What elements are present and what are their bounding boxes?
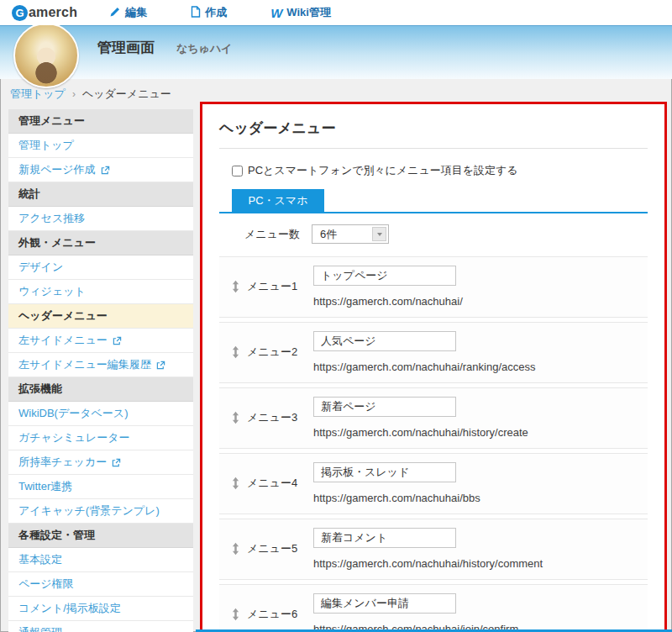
sidebar-item-label: デザイン bbox=[18, 260, 63, 275]
menu-url-text: https://gamerch.com/nachuhai/ bbox=[313, 295, 648, 308]
sidebar-item-label: WikiDB(データベース) bbox=[18, 406, 128, 421]
wiki-avatar[interactable] bbox=[13, 23, 79, 88]
sidebar-item-label: ヘッダーメニュー bbox=[18, 308, 108, 324]
sidebar-item[interactable]: アクセス推移 bbox=[8, 207, 193, 231]
page-header: 管理画面 なちゅハイ bbox=[0, 25, 672, 79]
menu-row-label: メニュー2 bbox=[247, 345, 297, 360]
menu-count-value: 6件 bbox=[312, 225, 370, 243]
sidebar-item-label: 基本設定 bbox=[18, 552, 62, 567]
sidebar-item[interactable]: 拡張機能 bbox=[8, 377, 193, 402]
menu-name-input[interactable] bbox=[313, 266, 456, 286]
sidebar-item[interactable]: 所持率チェッカー bbox=[8, 450, 193, 475]
pc-sp-separate-label[interactable]: PCとスマートフォンで別々にメニュー項目を設定する bbox=[248, 163, 518, 178]
sidebar-item[interactable]: 左サイドメニュー bbox=[8, 329, 193, 353]
sidebar-item[interactable]: 新規ページ作成 bbox=[8, 158, 193, 182]
sidebar-item[interactable]: コメント/掲示板設定 bbox=[8, 597, 193, 621]
sidebar-item[interactable]: 管理メニュー bbox=[8, 109, 193, 134]
chevron-down-icon bbox=[372, 227, 386, 241]
menu-count-label: メニュー数 bbox=[244, 227, 312, 242]
nav-create-label: 作成 bbox=[205, 5, 227, 20]
pc-sp-separate-checkbox[interactable] bbox=[232, 166, 243, 176]
sidebar-item[interactable]: 外観・メニュー bbox=[8, 231, 193, 255]
drag-handle-icon[interactable] bbox=[232, 477, 239, 490]
sidebar-item-label: 所持率チェッカー bbox=[18, 455, 107, 470]
tab-pc-smartphone[interactable]: PC・スマホ bbox=[232, 189, 324, 212]
external-link-icon bbox=[156, 361, 165, 370]
menu-name-input[interactable] bbox=[313, 528, 456, 548]
admin-screen: Gamerch 編集 作成 W Wiki管理 管理画面 bbox=[0, 0, 672, 632]
menu-row-label: メニュー4 bbox=[247, 476, 297, 491]
menu-count-select[interactable]: 6件 bbox=[312, 224, 389, 244]
sidebar-item[interactable]: ウィジェット bbox=[8, 280, 193, 304]
menu-name-input[interactable] bbox=[313, 397, 456, 417]
menu-row: メニュー1 https://gamerch.com/nachuhai/ bbox=[219, 256, 648, 318]
sidebar-item-label: ページ権限 bbox=[18, 577, 74, 592]
admin-sidebar: 管理メニュー 管理トップ 新規ページ作成 bbox=[8, 109, 193, 632]
external-link-icon bbox=[113, 336, 122, 345]
drag-handle-icon[interactable] bbox=[232, 345, 239, 359]
menu-row: メニュー3 https://gamerch.com/nachuhai/histo… bbox=[219, 387, 648, 449]
external-link-icon bbox=[112, 458, 121, 467]
sidebar-item-label: 管理トップ bbox=[18, 138, 74, 153]
sidebar-item[interactable]: 基本設定 bbox=[8, 548, 193, 572]
sidebar-item[interactable]: デザイン bbox=[8, 255, 193, 280]
sidebar-item-label: 統計 bbox=[18, 187, 40, 202]
sidebar-item[interactable]: ガチャシミュレーター bbox=[8, 426, 193, 450]
menu-url-text: https://gamerch.com/nachuhai/history/com… bbox=[313, 557, 648, 570]
tab-bar: PC・スマホ bbox=[219, 189, 648, 213]
sidebar-item[interactable]: アイキャッチ(背景テンプレ) bbox=[8, 499, 193, 524]
drag-handle-icon[interactable] bbox=[232, 411, 239, 424]
top-toolbar: Gamerch 編集 作成 W Wiki管理 bbox=[0, 0, 672, 25]
pencil-icon bbox=[109, 6, 121, 20]
external-link-icon bbox=[101, 166, 110, 175]
menu-rows: メニュー1 https://gamerch.com/nachuhai/ bbox=[219, 256, 648, 632]
breadcrumb-admin-top-link[interactable]: 管理トップ bbox=[10, 87, 66, 102]
sidebar-item-label: Twitter連携 bbox=[18, 479, 72, 494]
menu-row: メニュー6 https://gamerch.com/nachuhai/join/… bbox=[219, 584, 648, 632]
gamerch-g-icon: G bbox=[12, 5, 28, 21]
nav-edit-label: 編集 bbox=[125, 5, 147, 20]
sidebar-item[interactable]: 左サイドメニュー編集履歴 bbox=[8, 353, 193, 377]
sidebar-item[interactable]: WikiDB(データベース) bbox=[8, 402, 193, 426]
breadcrumb-separator: › bbox=[72, 88, 76, 100]
menu-row-label: メニュー5 bbox=[247, 541, 297, 556]
breadcrumb-current: ヘッダーメニュー bbox=[82, 87, 171, 102]
sidebar-item-label: コメント/掲示板設定 bbox=[18, 601, 121, 616]
sidebar-item-label: 左サイドメニュー bbox=[18, 333, 108, 348]
drag-handle-icon[interactable] bbox=[232, 280, 239, 293]
sidebar-item[interactable]: 各種設定・管理 bbox=[8, 524, 193, 548]
menu-name-input[interactable] bbox=[313, 462, 456, 482]
gamerch-logo-text: amerch bbox=[29, 5, 77, 20]
sidebar-item-label: アイキャッチ(背景テンプレ) bbox=[18, 503, 160, 519]
sidebar-item[interactable]: 管理トップ bbox=[8, 134, 193, 158]
menu-row: メニュー5 https://gamerch.com/nachuhai/histo… bbox=[219, 519, 648, 580]
drag-handle-icon[interactable] bbox=[232, 542, 239, 556]
sidebar-item-label: 新規ページ作成 bbox=[18, 162, 96, 177]
menu-name-input[interactable] bbox=[313, 331, 456, 351]
nav-edit[interactable]: 編集 bbox=[109, 5, 147, 20]
top-nav: 編集 作成 W Wiki管理 bbox=[109, 5, 331, 20]
gamerch-logo[interactable]: Gamerch bbox=[12, 5, 77, 21]
sidebar-item-label: アクセス推移 bbox=[18, 211, 85, 226]
annotation-red-box: ヘッダーメニュー PCとスマートフォンで別々にメニュー項目を設定する PC・スマ… bbox=[200, 102, 667, 632]
sidebar-item[interactable]: 通報管理 bbox=[8, 621, 193, 632]
sidebar-item-label: 各種設定・管理 bbox=[18, 528, 95, 543]
sidebar-item-label: 拡張機能 bbox=[18, 382, 62, 397]
nav-wiki-admin[interactable]: W Wiki管理 bbox=[270, 5, 331, 20]
sidebar-item-label: 左サイドメニュー編集履歴 bbox=[18, 357, 151, 372]
wiki-name: なちゅハイ bbox=[176, 41, 233, 56]
main-column: ヘッダーメニュー PCとスマートフォンで別々にメニュー項目を設定する PC・スマ… bbox=[200, 102, 667, 632]
menu-row: メニュー4 https://gamerch.com/nachuhai/bbs bbox=[219, 453, 648, 514]
admin-screen-title: 管理画面 bbox=[97, 38, 155, 57]
nav-create[interactable]: 作成 bbox=[191, 5, 227, 20]
menu-row-label: メニュー1 bbox=[247, 279, 297, 294]
sidebar-item[interactable]: ページ権限 bbox=[8, 572, 193, 597]
sidebar-item[interactable]: Twitter連携 bbox=[8, 475, 193, 499]
sidebar-item[interactable]: ヘッダーメニュー bbox=[8, 304, 193, 329]
menu-name-input[interactable] bbox=[313, 593, 456, 614]
drag-handle-icon[interactable] bbox=[232, 608, 239, 621]
sidebar-item-label: ガチャシミュレーター bbox=[18, 430, 129, 445]
sidebar-item[interactable]: 統計 bbox=[8, 182, 193, 207]
menu-row: メニュー2 https://gamerch.com/nachuhai/ranki… bbox=[219, 322, 648, 383]
menu-row-label: メニュー3 bbox=[247, 410, 297, 425]
